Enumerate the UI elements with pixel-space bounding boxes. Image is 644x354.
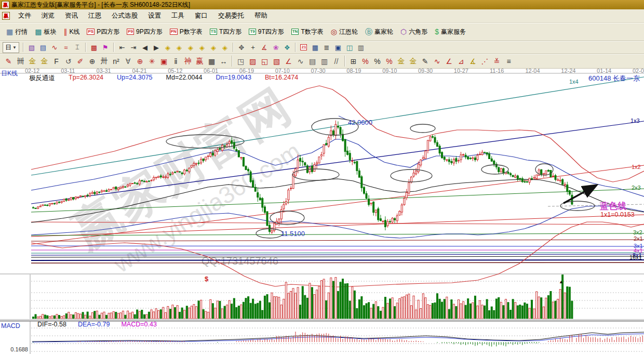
gold-level-icon[interactable]: 金 [407,56,419,67]
base-lines-icon[interactable]: ≡ [503,56,515,67]
pattern-window-icon[interactable]: ▧ [26,42,37,53]
winner-wheel-button[interactable]: Ⓑ赢家轮 [361,25,397,38]
percent-marks-icon[interactable]: ⅱ [170,56,182,67]
gold-comb2-icon[interactable]: 金 [38,56,50,67]
menu-item-6[interactable]: 工具 [166,10,190,22]
quarter-box-icon[interactable]: ◳ [235,56,247,67]
menu-item-1[interactable]: 浏览 [36,10,60,22]
kline-button[interactable]: ∥K线 [60,25,83,38]
win-angle-icon[interactable]: ≚ [491,56,503,67]
calculator-icon[interactable]: ▦ [310,42,321,53]
pencil-icon[interactable]: ✎ [3,56,15,67]
mirror-a-icon[interactable]: ∀ [122,56,134,67]
expand-h-diamond-icon[interactable]: ◈ [185,42,196,53]
wave9-icon[interactable]: ≈ [60,42,72,53]
9p-square-button[interactable]: P99P四方形 [123,25,166,38]
candle-style-icon[interactable]: ⌶ [72,42,83,53]
n-square-icon[interactable]: n² [110,56,122,67]
time-grid-icon[interactable]: ▥ [318,56,330,67]
9p-square-icon: P9 [127,29,134,35]
price-grid-icon[interactable]: ▤ [306,56,318,67]
gann-circle-icon[interactable]: ⊕ [134,56,146,67]
expand-all-diamond-icon[interactable]: ◈ [219,42,231,53]
menu-item-0[interactable]: 文件 [13,10,36,22]
circle-grid-icon[interactable]: ⊕ [86,56,98,67]
wave3-icon[interactable]: ∿ [49,42,60,53]
p-number-table-button[interactable]: PNP数字表 [166,25,206,38]
quotes-button[interactable]: ▦行情 [3,25,31,38]
expand-left-diamond-icon[interactable]: ◈ [162,42,173,53]
menu-item-2[interactable]: 资讯 [60,10,83,22]
flat-red-line [31,222,644,225]
menu-item-4[interactable]: 公式选股 [106,10,143,22]
report-list-icon[interactable]: ≣ [321,42,332,53]
percent-retrace-icon[interactable]: % [359,56,371,67]
menu-item-8[interactable]: 交易委托 [213,10,249,22]
red-pencil-icon[interactable]: ✐ [74,56,86,67]
fan-lines-icon[interactable]: ▨ [247,56,259,67]
menu-item-7[interactable]: 窗口 [190,10,213,22]
ladder-lines-icon[interactable]: ⊞ [347,56,359,67]
goto-last-icon[interactable]: ⇥ [128,42,139,53]
p-square-button[interactable]: PSP四方形 [83,25,123,38]
menu-bar: 赢 文件浏览资讯江恩公式选股设置工具窗口交易委托帮助 [0,9,644,23]
menu-item-3[interactable]: 江恩 [83,10,106,22]
gold-angle-icon[interactable]: ∡ [467,56,479,67]
period-day-dropdown[interactable]: 日▼ [3,42,19,53]
gold-comb-icon[interactable]: 金 [26,56,38,67]
win-grid-icon[interactable]: 赢 [194,56,206,67]
comb-lines-icon[interactable]: 卌 [15,56,26,67]
ink-pencil-icon[interactable]: ✎ [419,56,431,67]
f-angle-icon[interactable]: ⊿ [455,56,467,67]
time-comb-icon[interactable]: 卅 [98,56,110,67]
gold-circle-icon[interactable]: 金 [395,56,407,67]
gann-16x1-line [31,256,644,257]
9t-square-button[interactable]: T99T四方形 [245,25,287,38]
j-angle-icon[interactable]: ∠ [443,56,455,67]
radial-web-icon[interactable]: ✳ [146,56,158,67]
crosshair-icon[interactable]: ＋ [247,42,259,53]
compress-h-diamond-icon[interactable]: ◈ [196,42,208,53]
snapshot-icon[interactable]: ◫ [344,42,355,53]
next-bar-icon[interactable]: ▶ [151,42,162,53]
gann-3x1-line [31,246,644,246]
shen-grid-icon[interactable]: 神 [182,56,194,67]
percent-line-icon[interactable]: % [383,56,395,67]
speed-angle-icon[interactable]: ⋰ [479,56,491,67]
t-square-button[interactable]: TST四方形 [206,25,246,38]
gann-wheel-button[interactable]: ◎江恩轮 [327,25,361,38]
prev-bar-icon[interactable]: ◀ [139,42,151,53]
expand-v-diamond-icon[interactable]: ◈ [208,42,219,53]
print-icon[interactable]: ▥ [355,42,367,53]
title-bar[interactable]: 赢 赢家江恩专业版[赢家服务平台] - [长春一东 SH600148-252日K… [0,0,644,9]
angle-measure-icon[interactable]: ∡ [259,42,270,53]
hexagon-button[interactable]: ⬡六角形 [397,25,431,38]
zigzag-icon[interactable]: ∿ [294,56,306,67]
spiral-icon[interactable]: ↺ [62,56,74,67]
save-disk-icon[interactable]: ▣ [332,42,344,53]
angle-line-icon[interactable]: ∠ [283,56,294,67]
flower-tool-icon[interactable]: ❀ [270,42,281,53]
grid-123-icon[interactable]: ▦ [206,56,218,67]
t-number-table-button[interactable]: TNT数字表 [288,25,327,38]
f10-note-icon[interactable]: ▤ [37,42,49,53]
calendar-icon[interactable]: 21 [298,42,310,53]
gann-box-icon[interactable]: ▩ [88,42,100,53]
square-target-icon[interactable]: ▣ [158,56,170,67]
percent-icon[interactable]: % [371,56,383,67]
expand-right-diamond-icon[interactable]: ◈ [173,42,185,53]
color-flag-icon[interactable]: ⚑ [100,42,111,53]
goto-first-icon[interactable]: ⇤ [116,42,128,53]
corner-fan-icon[interactable]: ◱ [259,56,271,67]
winner-service-button[interactable]: $赢家服务 [431,25,469,38]
box-fan-icon[interactable]: ▧ [271,56,283,67]
menu-item-5[interactable]: 设置 [143,10,166,22]
fibo-f-icon[interactable]: F [50,56,62,67]
parallel-hatch-icon[interactable]: // [330,56,342,67]
sectors-button[interactable]: ▩板块 [31,25,60,38]
width-measure-icon[interactable]: ↔ [218,56,230,67]
region-tool-icon[interactable]: ❖ [281,42,293,53]
pan-hand-icon[interactable]: ✥ [236,42,247,53]
gold-wave-icon[interactable]: ∿ [431,56,443,67]
menu-item-9[interactable]: 帮助 [249,10,273,22]
